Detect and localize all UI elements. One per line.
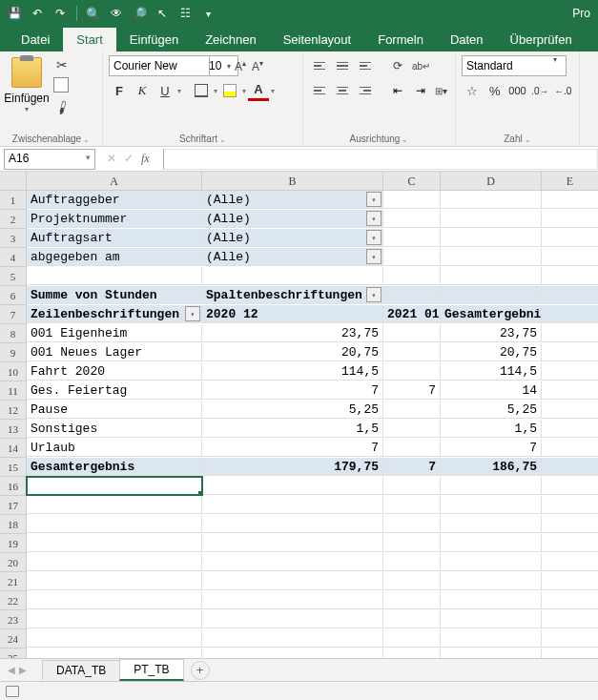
chevron-down-icon[interactable]: ▾ xyxy=(242,87,246,95)
cell[interactable] xyxy=(542,534,598,552)
cell[interactable] xyxy=(441,267,542,285)
cell[interactable] xyxy=(383,267,441,285)
row-header-12[interactable]: 12 xyxy=(0,401,27,420)
cell[interactable]: 14 xyxy=(441,381,542,400)
cell[interactable]: 5,25 xyxy=(441,401,542,419)
cell[interactable] xyxy=(441,610,542,628)
cell[interactable] xyxy=(441,534,542,552)
cell[interactable] xyxy=(202,553,383,571)
worksheet-grid[interactable]: ABCDE1Auftraggeber(Alle)▾2Projektnummer(… xyxy=(0,172,598,668)
thousands-button[interactable]: 000 xyxy=(507,80,528,101)
cell[interactable]: 7 xyxy=(383,381,441,400)
cell[interactable] xyxy=(542,286,598,304)
filter-dropdown-icon[interactable]: ▾ xyxy=(366,211,381,226)
row-header-3[interactable]: 3 xyxy=(0,229,27,248)
add-sheet-button[interactable]: + xyxy=(191,661,210,680)
cell[interactable] xyxy=(202,534,383,552)
cell[interactable] xyxy=(383,248,441,266)
cell[interactable] xyxy=(542,591,598,609)
zoom-in-icon[interactable]: 🔎 xyxy=(129,3,150,24)
cell[interactable] xyxy=(383,534,441,552)
cell[interactable] xyxy=(383,572,441,590)
cell[interactable]: Pause xyxy=(27,401,202,419)
cell[interactable]: Gesamtergebnis xyxy=(27,458,202,476)
tab-next-icon[interactable]: ▶ xyxy=(19,665,27,675)
cell[interactable] xyxy=(383,610,441,628)
italic-button[interactable]: K xyxy=(132,80,153,101)
row-header-19[interactable]: 19 xyxy=(0,534,27,553)
cell[interactable]: Sonstiges xyxy=(27,420,202,438)
cell[interactable]: 7 xyxy=(441,439,542,457)
cell[interactable] xyxy=(202,572,383,590)
name-box[interactable]: A16 xyxy=(4,149,95,170)
column-header-B[interactable]: B xyxy=(202,172,383,191)
column-header-E[interactable]: E xyxy=(542,172,598,191)
cell[interactable] xyxy=(542,381,598,400)
row-header-4[interactable]: 4 xyxy=(0,248,27,267)
align-left-button[interactable] xyxy=(309,80,330,101)
row-header-8[interactable]: 8 xyxy=(0,324,27,343)
cell[interactable]: 23,75 xyxy=(441,324,542,342)
cell[interactable] xyxy=(383,286,441,304)
formula-bar[interactable] xyxy=(163,149,598,170)
row-header-7[interactable]: 7 xyxy=(0,305,27,324)
grow-font-button[interactable]: A▴ xyxy=(233,59,248,73)
watch-icon[interactable]: 👁 xyxy=(106,3,127,24)
cell[interactable] xyxy=(27,591,202,609)
increase-indent-button[interactable]: ⇥ xyxy=(410,80,431,101)
row-header-2[interactable]: 2 xyxy=(0,210,27,229)
accept-formula-icon[interactable]: ✓ xyxy=(124,152,134,166)
font-color-button[interactable]: A xyxy=(248,80,269,101)
cell[interactable] xyxy=(202,477,383,495)
cell[interactable]: 001 Neues Lager xyxy=(27,343,202,361)
filter-dropdown-icon[interactable]: ▾ xyxy=(366,192,381,207)
cell[interactable]: Ges. Feiertag xyxy=(27,381,202,400)
row-header-21[interactable]: 21 xyxy=(0,572,27,591)
cell[interactable]: Auftragsart xyxy=(27,229,202,247)
cell[interactable]: abgegeben am xyxy=(27,248,202,266)
cell[interactable] xyxy=(383,496,441,514)
cell[interactable]: 7 xyxy=(383,458,441,476)
cell[interactable] xyxy=(202,515,383,533)
tab-start[interactable]: Start xyxy=(63,28,115,51)
cell[interactable]: 114,5 xyxy=(202,362,383,381)
cell[interactable] xyxy=(542,610,598,628)
cell[interactable]: 7 xyxy=(202,381,383,400)
row-header-11[interactable]: 11 xyxy=(0,381,27,401)
cell[interactable]: Gesamtergebnis xyxy=(441,305,542,323)
format-painter-button[interactable]: 🖌 xyxy=(48,93,75,120)
cell[interactable]: 23,75 xyxy=(202,324,383,342)
cell[interactable] xyxy=(542,477,598,495)
cell[interactable]: 114,5 xyxy=(441,362,542,381)
cell[interactable] xyxy=(441,553,542,571)
cell[interactable]: 7 xyxy=(202,439,383,457)
save-icon[interactable]: 💾 xyxy=(4,3,25,24)
row-header-16[interactable]: 16 xyxy=(0,477,27,496)
increase-decimal-button[interactable]: .0→ xyxy=(529,80,550,101)
bullets-icon[interactable]: ☷ xyxy=(175,3,196,24)
cell[interactable] xyxy=(542,420,598,438)
cell[interactable]: 20,75 xyxy=(202,343,383,361)
chevron-down-icon[interactable]: ▾ xyxy=(271,87,275,95)
tab-einfuegen[interactable]: Einfügen xyxy=(116,28,192,51)
row-header-6[interactable]: 6 xyxy=(0,286,27,305)
cell[interactable] xyxy=(383,420,441,438)
cell[interactable] xyxy=(383,210,441,228)
cell[interactable] xyxy=(202,591,383,609)
underline-button[interactable]: U xyxy=(155,80,175,101)
row-header-10[interactable]: 10 xyxy=(0,362,27,381)
cell[interactable] xyxy=(542,572,598,590)
row-header-9[interactable]: 9 xyxy=(0,343,27,362)
row-header-24[interactable]: 24 xyxy=(0,629,27,649)
paste-button[interactable]: Einfügen ▾ xyxy=(6,55,48,116)
cell[interactable] xyxy=(542,324,598,342)
column-header-C[interactable]: C xyxy=(383,172,441,191)
cell[interactable] xyxy=(441,191,542,209)
copy-button[interactable] xyxy=(52,76,72,95)
row-header-18[interactable]: 18 xyxy=(0,515,27,534)
row-header-13[interactable]: 13 xyxy=(0,420,27,439)
cell[interactable]: (Alle)▾ xyxy=(202,248,383,266)
align-middle-button[interactable] xyxy=(332,55,353,76)
cell[interactable] xyxy=(542,439,598,457)
cell[interactable] xyxy=(441,591,542,609)
